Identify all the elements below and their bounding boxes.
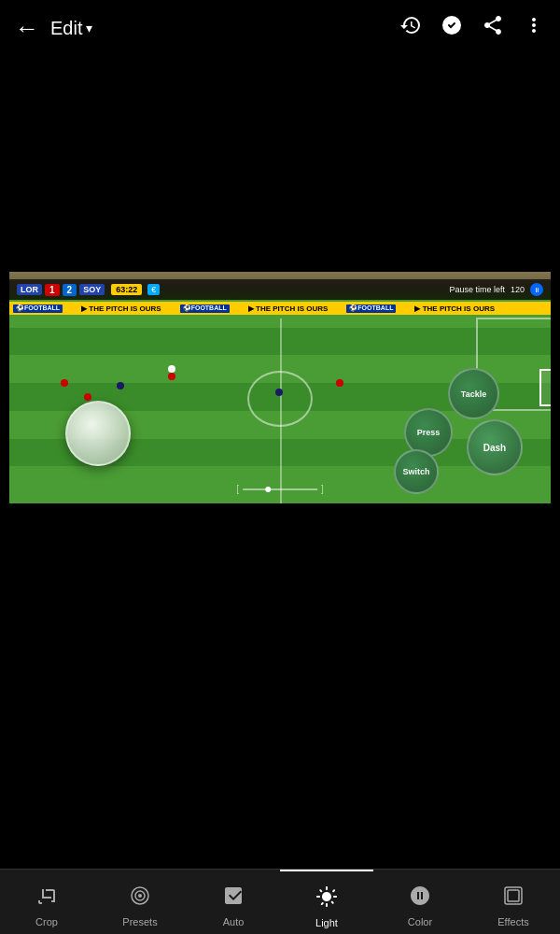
image-area: LOR 1 2 SOY 63:22 € Pause time left 120 … (0, 56, 560, 869)
player-4 (168, 373, 175, 380)
tackle-button[interactable]: Tackle (448, 368, 499, 419)
color-icon (409, 884, 431, 913)
pitch: LOR 1 2 SOY 63:22 € Pause time left 120 … (9, 272, 551, 503)
team2-badge: SOY (79, 284, 105, 295)
pause-label: Pause time left (449, 285, 505, 294)
tool-color[interactable]: Color (373, 870, 467, 934)
ticker-logo: ⚽FOOTBALL (13, 304, 63, 313)
player-5 (275, 389, 283, 396)
share-icon[interactable] (482, 14, 504, 42)
top-bar: ← Edit ▾ (0, 0, 560, 56)
effects-icon (502, 884, 525, 913)
ticker-logo3: ⚽FOOTBALL (346, 304, 396, 313)
pause-time: 120 (511, 285, 525, 294)
edit-title-text: Edit (50, 18, 82, 39)
video-scrubber[interactable]: [ ] (236, 484, 324, 494)
edit-title-group[interactable]: Edit ▾ (50, 18, 92, 39)
presets-label: Presets (122, 916, 157, 927)
scrubber-bracket-right: ] (321, 484, 324, 494)
player-3 (117, 382, 124, 389)
svg-point-3 (138, 894, 142, 898)
effects-label: Effects (497, 916, 528, 927)
scoreboard: LOR 1 2 SOY 63:22 € Pause time left 120 … (9, 279, 551, 300)
score2: 2 (63, 284, 77, 296)
color-label: Color (408, 916, 432, 927)
tool-presets[interactable]: Presets (93, 870, 187, 934)
scrubber-line (243, 488, 317, 490)
pause-info: Pause time left 120 ⏸ (449, 283, 543, 296)
back-button[interactable]: ← (15, 14, 39, 43)
team1-badge: LOR (17, 284, 42, 295)
check-icon[interactable] (441, 14, 463, 42)
ticker-logo2: ⚽FOOTBALL (180, 304, 230, 313)
tool-light[interactable]: Light (280, 870, 373, 934)
ticker-bar: ⚽FOOTBALL ▶ THE PITCH IS OURS ⚽FOOTBALL … (9, 302, 551, 315)
pause-button[interactable]: ⏸ (530, 283, 543, 296)
edit-chevron: ▾ (86, 21, 92, 35)
e-badge: € (147, 284, 160, 295)
center-line (280, 318, 282, 503)
game-screenshot: LOR 1 2 SOY 63:22 € Pause time left 120 … (9, 272, 551, 503)
light-label: Light (315, 917, 338, 928)
scrubber-dot (265, 487, 271, 492)
goal-right (539, 369, 551, 406)
header-icons (399, 14, 545, 42)
switch-button[interactable]: Switch (394, 449, 439, 494)
bottom-toolbar: Crop Presets Auto Light (0, 869, 560, 934)
crop-icon (35, 884, 58, 913)
presets-icon (129, 884, 151, 913)
player-label-4 (168, 365, 175, 373)
tool-auto[interactable]: Auto (187, 870, 280, 934)
auto-label: Auto (223, 916, 245, 927)
time-badge: 63:22 (111, 284, 142, 295)
tool-crop[interactable]: Crop (0, 870, 93, 934)
ticker-text3: ▶ THE PITCH IS OURS (414, 304, 495, 313)
ticker-content: ⚽FOOTBALL ▶ THE PITCH IS OURS ⚽FOOTBALL … (9, 304, 498, 313)
light-icon (315, 885, 338, 913)
player-2 (84, 393, 91, 401)
score1: 1 (45, 284, 60, 296)
player-6 (336, 379, 343, 387)
ticker-text2: ▶ THE PITCH IS OURS (248, 304, 329, 313)
more-icon[interactable] (523, 14, 545, 42)
dash-button[interactable]: Dash (467, 419, 523, 475)
joystick[interactable] (65, 401, 131, 466)
score-left: LOR 1 2 SOY 63:22 € (17, 284, 160, 296)
tool-effects[interactable]: Effects (467, 870, 560, 934)
crop-label: Crop (35, 916, 58, 927)
history-icon[interactable] (399, 14, 422, 42)
player-1 (61, 379, 68, 387)
scrubber-bracket-left: [ (236, 484, 239, 494)
auto-icon (222, 884, 245, 913)
ticker-text: ▶ THE PITCH IS OURS (81, 304, 161, 313)
svg-rect-5 (508, 890, 519, 901)
